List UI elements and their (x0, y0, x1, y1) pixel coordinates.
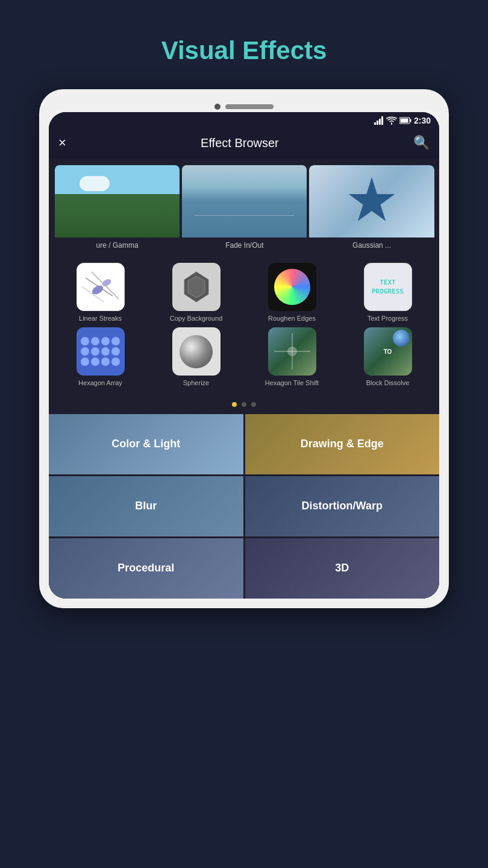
dot-indicators (49, 397, 439, 414)
page-title: Visual Effects (161, 36, 327, 65)
text-progress-visual: TEXTPROGRESS (369, 275, 406, 299)
category-card-blur[interactable]: Blur (49, 476, 243, 536)
reflection-line (195, 215, 295, 216)
grid-item-copy-background[interactable]: Copy Background (151, 263, 242, 322)
roughen-visual (274, 269, 310, 305)
linear-streaks-svg (80, 266, 122, 308)
effect-card-fade[interactable]: Fade In/Out (182, 165, 307, 253)
svg-rect-6 (400, 119, 408, 123)
category-card-color-light[interactable]: Color & Light (49, 414, 243, 474)
hex-dot (101, 347, 110, 356)
grid-label-copy-background: Copy Background (170, 314, 222, 322)
grid-label-text-progress: Text Progress (368, 314, 408, 322)
hex-array-visual (77, 333, 124, 370)
hex-dot (81, 347, 89, 356)
hex-tile-svg (271, 330, 313, 373)
block-dissolve-text: TO (384, 348, 392, 355)
svg-rect-0 (374, 122, 376, 125)
svg-marker-13 (188, 276, 205, 298)
grid-thumb-block-dissolve: TO (364, 327, 412, 376)
battery-icon (399, 117, 411, 124)
effect-label-gamma: ure / Gamma (55, 237, 180, 253)
category-card-drawing-edge[interactable]: Drawing & Edge (245, 414, 440, 474)
grid-label-linear-streaks: Linear Streaks (79, 314, 122, 322)
grid-item-hexagon-array[interactable]: Hexagon Array (55, 327, 146, 387)
search-button[interactable]: 🔍 (413, 135, 430, 151)
phone-top-bar (49, 99, 439, 112)
svg-rect-1 (377, 121, 378, 125)
close-button[interactable]: × (58, 135, 66, 151)
scroll-effects-row: ure / Gamma Fade In/Out Gaussian ... (49, 159, 439, 253)
svg-rect-2 (379, 119, 381, 125)
svg-point-11 (101, 278, 112, 288)
phone-camera (214, 104, 221, 110)
effect-thumb-gamma (55, 165, 180, 237)
grid-thumb-copy-background (172, 263, 221, 311)
hex-dot (91, 347, 99, 356)
category-card-procedural[interactable]: Procedural (49, 538, 243, 599)
grass-visual (55, 165, 180, 237)
grid-thumb-text-progress: TEXTPROGRESS (364, 263, 412, 311)
hex-dot (111, 347, 120, 356)
svg-rect-5 (410, 119, 411, 122)
status-icons: 2:30 (374, 116, 431, 125)
effect-label-fade: Fade In/Out (182, 237, 307, 253)
wifi-icon (386, 116, 397, 125)
sphere-visual (180, 335, 213, 368)
block-dissolve-overlay (393, 330, 410, 347)
phone-screen: 2:30 × Effect Browser 🔍 ure / Gamma (49, 112, 439, 599)
cloud-shape (80, 176, 110, 191)
effect-card-gamma[interactable]: ure / Gamma (55, 165, 180, 253)
hex-dot (81, 337, 89, 345)
grid-thumb-hexagon-array (77, 327, 125, 376)
header-title: Effect Browser (201, 136, 279, 150)
grid-label-roughen-edges: Roughen Edges (268, 314, 316, 322)
hex-dot (101, 337, 110, 345)
effect-card-gaussian[interactable]: Gaussian ... (309, 165, 434, 253)
grid-item-block-dissolve[interactable]: TO Block Dissolve (342, 327, 433, 387)
signal-icon (374, 116, 384, 125)
category-card-3d[interactable]: 3D (245, 538, 440, 599)
hex-dot (101, 357, 110, 366)
grid-item-linear-streaks[interactable]: Linear Streaks (55, 263, 146, 322)
grid-label-spherize: Spherize (183, 379, 209, 387)
category-label-drawing-edge: Drawing & Edge (301, 438, 384, 450)
effect-thumb-gaussian (309, 165, 434, 237)
effect-label-gaussian: Gaussian ... (309, 237, 434, 253)
phone-speaker (225, 104, 274, 109)
category-label-blur: Blur (135, 500, 157, 512)
content-area: ure / Gamma Fade In/Out Gaussian ... (49, 159, 439, 599)
hex-dot (81, 357, 89, 366)
grid-item-text-progress[interactable]: TEXTPROGRESS Text Progress (342, 263, 433, 322)
app-header: × Effect Browser 🔍 (49, 129, 439, 159)
category-card-distortion-warp[interactable]: Distortion/Warp (245, 476, 440, 536)
grid-item-roughen-edges[interactable]: Roughen Edges (246, 263, 337, 322)
star-shape (348, 177, 396, 225)
status-time: 2:30 (414, 116, 431, 125)
dot-1[interactable] (232, 402, 237, 407)
category-label-procedural: Procedural (117, 562, 174, 574)
hex-dot (111, 337, 120, 345)
grid-label-block-dissolve: Block Dissolve (366, 379, 410, 387)
dot-3[interactable] (251, 402, 256, 407)
grid-item-spherize[interactable]: Spherize (151, 327, 242, 387)
effect-thumb-fade (182, 165, 307, 237)
hex-dot (91, 337, 99, 345)
category-label-color-light: Color & Light (111, 438, 180, 450)
status-bar: 2:30 (49, 112, 439, 129)
hex-dot (111, 357, 120, 366)
svg-rect-3 (381, 116, 383, 125)
copy-bg-svg (178, 269, 214, 305)
grid-thumb-roughen-edges (268, 263, 316, 311)
grid-thumb-spherize (172, 327, 221, 376)
effects-grid: Linear Streaks Copy Background (49, 253, 439, 397)
hex-dot (91, 357, 99, 366)
grid-thumb-hexagon-tile (268, 327, 316, 376)
grid-label-hexagon-array: Hexagon Array (78, 379, 122, 387)
category-grid: Color & Light Drawing & Edge Blur Distor… (49, 414, 439, 599)
grid-item-hexagon-tile[interactable]: Hexagon Tile Shift (246, 327, 337, 387)
category-label-3d: 3D (335, 562, 349, 574)
grid-thumb-linear-streaks (77, 263, 125, 311)
category-label-distortion-warp: Distortion/Warp (302, 500, 383, 512)
dot-2[interactable] (242, 402, 246, 407)
